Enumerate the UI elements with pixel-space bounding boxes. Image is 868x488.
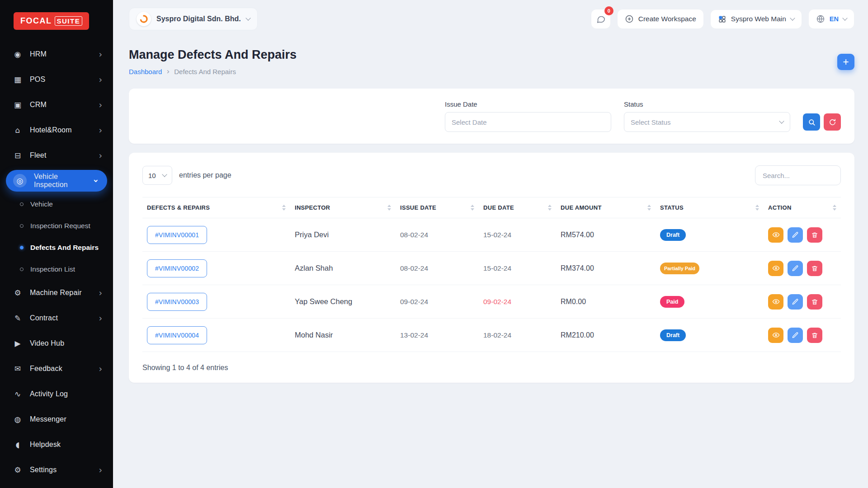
vehicle-inspection-icon: ◎ xyxy=(13,174,27,188)
add-record-button[interactable]: + xyxy=(837,54,854,70)
brand-logo-badge: FOCALSUITE xyxy=(14,12,89,30)
sidebar-item-label: Activity Log xyxy=(30,390,102,398)
trash-icon xyxy=(811,332,818,339)
cell-reference: #VIMINV00002 xyxy=(142,252,290,285)
column-header-status[interactable]: STATUS xyxy=(656,197,764,218)
invoice-link-button[interactable]: #VIMINV00004 xyxy=(147,326,207,344)
sidebar-item-feedback[interactable]: ✉ Feedback › xyxy=(0,356,113,381)
brand-name-primary: FOCAL xyxy=(20,16,52,25)
search-icon xyxy=(808,118,816,126)
view-button[interactable] xyxy=(768,294,783,310)
breadcrumb-dashboard-link[interactable]: Dashboard xyxy=(129,68,162,75)
cell-issue-date: 09-02-24 xyxy=(396,285,479,319)
sidebar-item-video-hub[interactable]: ▶ Video Hub xyxy=(0,331,113,356)
app-switcher-button[interactable]: Syspro Web Main xyxy=(710,9,802,29)
plus-circle-icon xyxy=(625,14,634,23)
inspector-name: Azlan Shah xyxy=(295,264,333,272)
sidebar-item-hotel-room[interactable]: ⌂ Hotel&Room › xyxy=(0,117,113,143)
view-button[interactable] xyxy=(768,328,783,343)
sort-icon xyxy=(548,205,552,211)
topbar-actions: 0 Create Workspace Syspro Web Main xyxy=(591,9,854,29)
column-label: ISSUE DATE xyxy=(400,204,436,211)
globe-icon xyxy=(816,14,825,23)
sidebar-subitem-label: Vehicle xyxy=(30,200,53,208)
chevron-down-icon xyxy=(790,15,795,20)
invoice-link-button[interactable]: #VIMINV00002 xyxy=(147,259,207,277)
column-header-due-amount[interactable]: DUE AMOUNT xyxy=(556,197,656,218)
sidebar-subitem-defects-and-repairs[interactable]: Defects And Repairs xyxy=(0,237,113,258)
table-row: #VIMINV00004 Mohd Nasir 13-02-24 18-02-2… xyxy=(142,319,841,352)
page-size-select[interactable]: 10 xyxy=(142,166,172,185)
sidebar-item-crm[interactable]: ▣ CRM › xyxy=(0,92,113,117)
settings-icon: ⚙ xyxy=(13,465,23,474)
sidebar-item-hrm[interactable]: ◉ HRM › xyxy=(0,42,113,67)
sidebar-item-fleet[interactable]: ⊟ Fleet › xyxy=(0,143,113,168)
column-label: INSPECTOR xyxy=(295,204,330,211)
sidebar-subitem-vehicle[interactable]: Vehicle xyxy=(0,193,113,215)
edit-button[interactable] xyxy=(788,227,803,243)
filter-buttons xyxy=(803,113,841,131)
view-button[interactable] xyxy=(768,261,783,276)
invoice-link-button[interactable]: #VIMINV00001 xyxy=(147,226,207,244)
apply-filter-button[interactable] xyxy=(803,113,820,131)
column-header-inspector[interactable]: INSPECTOR xyxy=(290,197,396,218)
column-header-defects-repairs[interactable]: DEFECTS & REPAIRS xyxy=(142,197,290,218)
create-workspace-button[interactable]: Create Workspace xyxy=(617,9,704,29)
helpdesk-icon: ◖ xyxy=(13,440,23,449)
edit-button[interactable] xyxy=(788,328,803,343)
sidebar-item-helpdesk[interactable]: ◖ Helpdesk xyxy=(0,432,113,457)
delete-button[interactable] xyxy=(807,227,822,243)
status-select[interactable]: Select Status xyxy=(624,112,790,132)
reset-filter-button[interactable] xyxy=(824,113,841,131)
sidebar-subitem-inspection-request[interactable]: Inspection Request xyxy=(0,215,113,237)
view-button[interactable] xyxy=(768,227,783,243)
sidebar-item-pos[interactable]: ▦ POS › xyxy=(0,67,113,92)
edit-button[interactable] xyxy=(788,261,803,276)
table-header: DEFECTS & REPAIRS INSPECTOR ISSUE DATE D… xyxy=(142,197,841,218)
column-header-action[interactable]: ACTION xyxy=(764,197,841,218)
cell-due-date: 09-02-24 xyxy=(479,285,556,319)
column-header-due-date[interactable]: DUE DATE xyxy=(479,197,556,218)
hrm-icon: ◉ xyxy=(13,50,23,59)
table-search-input[interactable] xyxy=(755,165,841,185)
brand-name-secondary: SUITE xyxy=(55,16,83,26)
sidebar-item-messenger[interactable]: ◍ Messenger xyxy=(0,407,113,432)
sidebar-item-activity-log[interactable]: ∿ Activity Log xyxy=(0,381,113,407)
status-badge: Draft xyxy=(660,329,686,341)
delete-button[interactable] xyxy=(807,261,822,276)
sort-icon xyxy=(755,205,759,211)
issue-date: 08-02-24 xyxy=(400,231,428,239)
sidebar: FOCALSUITE ◉ HRM › ▦ POS › ▣ CRM › ⌂ Hot… xyxy=(0,0,113,488)
defects-table-panel: 10 entries per page DEFECTS & REPAIRS IN… xyxy=(129,153,854,383)
chat-button[interactable]: 0 xyxy=(591,9,611,29)
issue-date-input[interactable] xyxy=(445,112,611,132)
brand-logo: FOCALSUITE xyxy=(0,0,113,42)
trash-icon xyxy=(811,231,818,239)
page-size-suffix: entries per page xyxy=(179,171,231,179)
sidebar-subitem-inspection-list[interactable]: Inspection List xyxy=(0,258,113,280)
bullet-icon xyxy=(20,246,24,249)
edit-button[interactable] xyxy=(788,294,803,310)
bullet-icon xyxy=(20,224,24,228)
workspace-selector[interactable]: Syspro Digital Sdn. Bhd. xyxy=(129,8,258,30)
sidebar-item-vehicle-inspection[interactable]: ◎ Vehicle Inspection › xyxy=(6,170,107,192)
messenger-icon: ◍ xyxy=(13,415,23,424)
sidebar-item-machine-repair[interactable]: ⚙ Machine Repair › xyxy=(0,280,113,305)
cell-issue-date: 08-02-24 xyxy=(396,252,479,285)
delete-button[interactable] xyxy=(807,328,822,343)
language-selector[interactable]: EN xyxy=(808,9,854,29)
defects-table: DEFECTS & REPAIRS INSPECTOR ISSUE DATE D… xyxy=(142,197,841,352)
trash-icon xyxy=(811,298,818,305)
invoice-link-button[interactable]: #VIMINV00003 xyxy=(147,293,207,311)
sidebar-item-label: CRM xyxy=(30,101,91,109)
sidebar-item-contract[interactable]: ✎ Contract › xyxy=(0,305,113,331)
chevron-right-icon: › xyxy=(99,466,102,474)
sidebar-item-settings[interactable]: ⚙ Settings › xyxy=(0,457,113,483)
due-amount: RM210.00 xyxy=(561,331,594,339)
status-badge: Draft xyxy=(660,229,686,241)
delete-button[interactable] xyxy=(807,294,822,310)
chevron-right-icon: › xyxy=(99,365,102,373)
column-label: DUE AMOUNT xyxy=(561,204,602,211)
due-amount: RM374.00 xyxy=(561,264,594,272)
column-header-issue-date[interactable]: ISSUE DATE xyxy=(396,197,479,218)
